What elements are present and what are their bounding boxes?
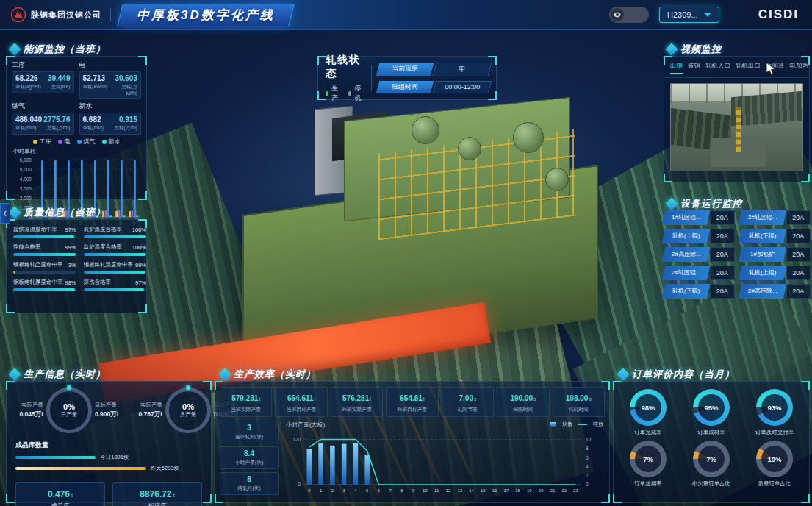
shift-time-value-chip: 00:00-12:00 xyxy=(433,81,492,93)
legend-dot-xinshui xyxy=(102,140,107,144)
tab-chugang[interactable]: 出钢 xyxy=(670,62,683,74)
production-panel-title: 生产信息（实时） xyxy=(10,368,106,381)
donut-order-yield: 95% xyxy=(693,389,730,426)
device-item: 2#轧区辊...20A xyxy=(664,266,735,280)
line-status-title: 轧线状态 xyxy=(326,54,364,80)
svg-text:5: 5 xyxy=(366,488,369,493)
svg-text:4: 4 xyxy=(586,464,589,469)
top-header-bar: 陕钢集团汉钢公司 中厚板3D数字化产线 H2309... CISDI xyxy=(0,0,812,30)
order-donut-cell: 95% 订单成材率 xyxy=(681,389,741,436)
quality-item: 出炉温度合格率100% xyxy=(84,243,147,256)
scene-cylinder xyxy=(458,137,481,160)
orders-panel-title: 订单评价内容（当月） xyxy=(619,368,735,381)
gauge-dot xyxy=(67,385,71,390)
line-selector-dropdown[interactable]: H2309... xyxy=(659,7,719,23)
current-shift-row: 当前班组 甲 xyxy=(378,63,490,76)
efficiency-panel-title: 生产效率（实时） xyxy=(220,368,316,381)
efficiency-card: 190.00s间隔时间 xyxy=(497,387,549,417)
scene-cylinder xyxy=(412,116,439,144)
visibility-toggle[interactable] xyxy=(609,7,649,23)
efficiency-panel: 579.231t当班实际产量 654.611t当班目标产量 576.281t昨班… xyxy=(215,381,610,503)
svg-text:7: 7 xyxy=(389,488,392,493)
svg-text:3: 3 xyxy=(342,488,345,493)
eye-icon xyxy=(611,8,624,21)
svg-text:4,000: 4,000 xyxy=(20,177,32,182)
donut-shortage-ratio: 7% xyxy=(693,441,730,477)
svg-text:6,000: 6,000 xyxy=(20,157,32,163)
device-item: 轧机(下辊)20A xyxy=(740,229,811,243)
efficiency-card: 576.281t昨班实际产量 xyxy=(331,387,383,417)
energy-group: 新水 6.682 0.915 单耗(m³/t) 总耗(万m³) xyxy=(79,101,142,135)
svg-text:21: 21 xyxy=(550,488,556,493)
svg-text:5,000: 5,000 xyxy=(20,167,32,172)
efficiency-card: 654.611t当班目标产量 xyxy=(275,387,327,417)
diamond-icon xyxy=(617,368,630,381)
collapse-left-panel-button[interactable]: ❮ xyxy=(0,203,10,224)
svg-text:2,000: 2,000 xyxy=(20,196,32,201)
legend-dot-gongxu xyxy=(33,140,37,144)
svg-text:14: 14 xyxy=(469,488,474,493)
line-selector-value: H2309... xyxy=(667,10,698,19)
legend-bar-swatch xyxy=(550,422,556,427)
company-name: 陕钢集团汉钢公司 xyxy=(31,10,101,21)
quality-panel: 超快冷温度命中率97% 装炉温度合格率100% 性能合格率99% 出炉温度合格率… xyxy=(6,219,147,313)
order-donut-cell: 7% 小欠量订单占比 xyxy=(681,441,741,488)
donut-order-complete: 98% xyxy=(630,389,667,426)
energy-group: 电 52.713 30.603 单耗(kWh/t) 总耗(万kWh) xyxy=(79,60,142,99)
device-item: 轧机(上辊)20A xyxy=(740,266,811,280)
shift-time-label-chip: 班组时间 xyxy=(376,81,434,93)
energy-panel-title: 能源监控（当班） xyxy=(10,43,106,56)
slab-stock-card: 8876.72t 板坯库 xyxy=(112,482,202,506)
efficiency-side-card: 3当班轧制(块) xyxy=(220,421,279,443)
chevron-down-icon xyxy=(704,13,711,17)
header-divider xyxy=(110,8,111,21)
svg-text:3,000: 3,000 xyxy=(20,186,32,191)
svg-text:13: 13 xyxy=(457,488,462,493)
device-item: 轧机(上辊)20A xyxy=(664,229,735,243)
svg-text:18: 18 xyxy=(515,488,520,493)
orders-panel: 98% 订单完成率 95% 订单成材率 93% 订单及时交付率 7% 订单超期率… xyxy=(613,381,810,503)
svg-text:11: 11 xyxy=(434,488,439,493)
device-item: 1#轧区辊...20A xyxy=(664,210,735,225)
energy-group: 工序 68.226 39.449 单耗(kgce/t) 总耗(tce) xyxy=(12,60,74,99)
inventory-bar-yesterday: 昨天5293块 xyxy=(15,464,202,474)
quality-item: 超快冷温度命中率97% xyxy=(13,226,76,238)
finished-stock-card: 0.476t 成品库 xyxy=(15,482,105,506)
quality-panel-title: 质量信息（当班） xyxy=(10,206,106,219)
svg-text:17: 17 xyxy=(503,488,509,493)
efficiency-side-card: 8待轧坯(块) xyxy=(220,472,279,495)
svg-text:8: 8 xyxy=(586,446,589,451)
svg-text:0: 0 xyxy=(298,482,301,487)
svg-text:22: 22 xyxy=(561,488,567,493)
dashboard-root: { "theme":{"accent":"#35e0e0","accent2":… xyxy=(0,0,812,506)
quality-item: 钢板终轧温度命中率99% xyxy=(84,261,147,274)
svg-text:6: 6 xyxy=(586,455,589,460)
donut-quality-order-ratio: 10% xyxy=(756,441,793,477)
diamond-icon xyxy=(9,207,21,219)
energy-chart-title: 小时单耗 xyxy=(12,147,146,155)
diamond-icon xyxy=(9,43,21,56)
video-panel: 出钢 装钢 轧机入口 轧机出口 中间冷 电加热 xyxy=(664,56,810,182)
svg-text:15: 15 xyxy=(481,488,486,493)
cisdi-brand-logo: CISDI xyxy=(758,7,799,22)
scene-cylinder xyxy=(513,122,544,153)
devices-panel-title: 设备运行监控 xyxy=(667,197,742,210)
production-panel: 实际产量 0.045万t 0% 日产量 目标产量 0.900万t 实际产量 0.… xyxy=(6,381,212,503)
legend-dot-meiqi xyxy=(77,140,82,144)
tab-intercooling[interactable]: 中间冷 xyxy=(766,62,785,74)
svg-text:6: 6 xyxy=(378,488,381,493)
daily-output-gauge-group: 实际产量 0.045万t 0% 日产量 目标产量 0.900万t xyxy=(10,388,129,433)
svg-text:20: 20 xyxy=(539,488,544,493)
energy-chart-legend: 工序 电 煤气 新水 xyxy=(7,138,146,146)
stopped-status-dot xyxy=(348,91,351,96)
tab-mill-entry[interactable]: 轧机入口 xyxy=(705,62,730,74)
svg-text:2: 2 xyxy=(586,473,589,478)
device-item: 2#高压除...20A xyxy=(664,247,735,262)
hourly-chart-legend: 块数 吨数 xyxy=(550,421,603,428)
svg-text:19: 19 xyxy=(527,488,532,493)
hourly-output-chart: 小时产量(大板) 块数 吨数 0120024681001234567891011… xyxy=(283,421,605,502)
tab-zhuanggang[interactable]: 装钢 xyxy=(688,62,700,74)
svg-text:10: 10 xyxy=(586,437,592,442)
shift-label-chip: 当前班组 xyxy=(376,63,434,76)
tab-mill-exit[interactable]: 轧机出口 xyxy=(736,62,761,74)
